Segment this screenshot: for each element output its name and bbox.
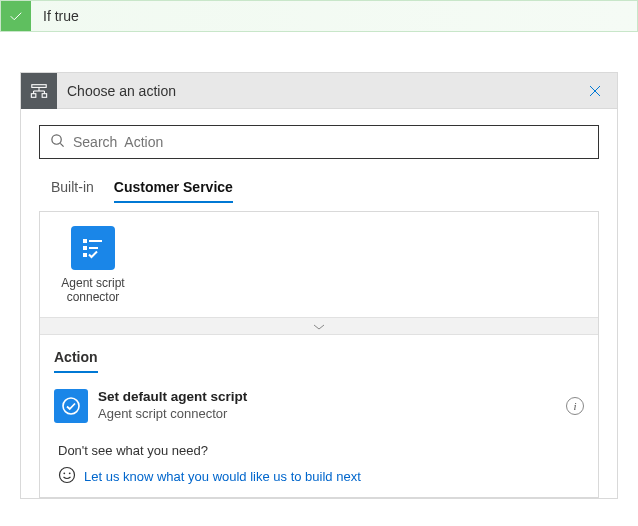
choose-action-panel: Choose an action Built-in Customer Servi… bbox=[20, 72, 618, 499]
panel-header: Choose an action bbox=[21, 73, 617, 109]
action-icon bbox=[54, 389, 88, 423]
svg-point-7 bbox=[52, 135, 61, 144]
panel-title: Choose an action bbox=[57, 83, 583, 99]
if-true-label: If true bbox=[31, 8, 79, 24]
search-input-wrap[interactable] bbox=[39, 125, 599, 159]
svg-point-15 bbox=[60, 467, 75, 482]
footer-link-row: Let us know what you would like us to bu… bbox=[58, 466, 580, 487]
action-set-default-agent-script[interactable]: Set default agent script Agent script co… bbox=[54, 389, 584, 423]
svg-point-17 bbox=[69, 472, 71, 474]
action-section: Action Set default agent script Agent sc… bbox=[40, 335, 598, 427]
svg-line-8 bbox=[60, 143, 63, 146]
panel-body: Built-in Customer Service bbox=[21, 109, 617, 211]
choose-action-icon bbox=[21, 73, 57, 109]
info-icon[interactable]: i bbox=[566, 397, 584, 415]
svg-point-16 bbox=[63, 472, 65, 474]
search-icon bbox=[50, 133, 65, 151]
tabs: Built-in Customer Service bbox=[39, 173, 599, 203]
svg-rect-9 bbox=[83, 239, 87, 243]
agent-script-connector-icon bbox=[71, 226, 115, 270]
if-true-bar: If true bbox=[0, 0, 638, 32]
feedback-link[interactable]: Let us know what you would like us to bu… bbox=[84, 469, 361, 484]
svg-rect-0 bbox=[32, 84, 46, 87]
svg-rect-5 bbox=[31, 93, 35, 97]
svg-rect-12 bbox=[89, 247, 98, 249]
panel-footer: Don't see what you need? Let us know wha… bbox=[40, 427, 598, 497]
svg-rect-6 bbox=[42, 93, 47, 97]
connectors-list: Agent script connector bbox=[40, 212, 598, 317]
connectors-box: Agent script connector Action Set defaul… bbox=[39, 211, 599, 498]
action-section-title: Action bbox=[54, 349, 98, 373]
svg-point-14 bbox=[63, 398, 79, 414]
close-icon[interactable] bbox=[583, 79, 607, 103]
check-icon bbox=[1, 1, 31, 31]
action-text: Set default agent script Agent script co… bbox=[88, 389, 566, 422]
smile-icon bbox=[58, 466, 76, 487]
footer-question: Don't see what you need? bbox=[58, 443, 580, 458]
action-subtitle: Agent script connector bbox=[98, 406, 566, 422]
svg-rect-10 bbox=[89, 240, 102, 242]
svg-rect-13 bbox=[83, 253, 87, 257]
tab-customer-service[interactable]: Customer Service bbox=[114, 173, 233, 203]
svg-rect-11 bbox=[83, 246, 87, 250]
expand-connectors-button[interactable] bbox=[40, 317, 598, 335]
tab-builtin[interactable]: Built-in bbox=[51, 173, 94, 203]
connector-label: Agent script connector bbox=[52, 276, 134, 305]
connector-agent-script[interactable]: Agent script connector bbox=[52, 226, 134, 305]
search-input[interactable] bbox=[65, 133, 588, 151]
chevron-down-icon bbox=[313, 318, 325, 334]
action-title: Set default agent script bbox=[98, 389, 566, 406]
